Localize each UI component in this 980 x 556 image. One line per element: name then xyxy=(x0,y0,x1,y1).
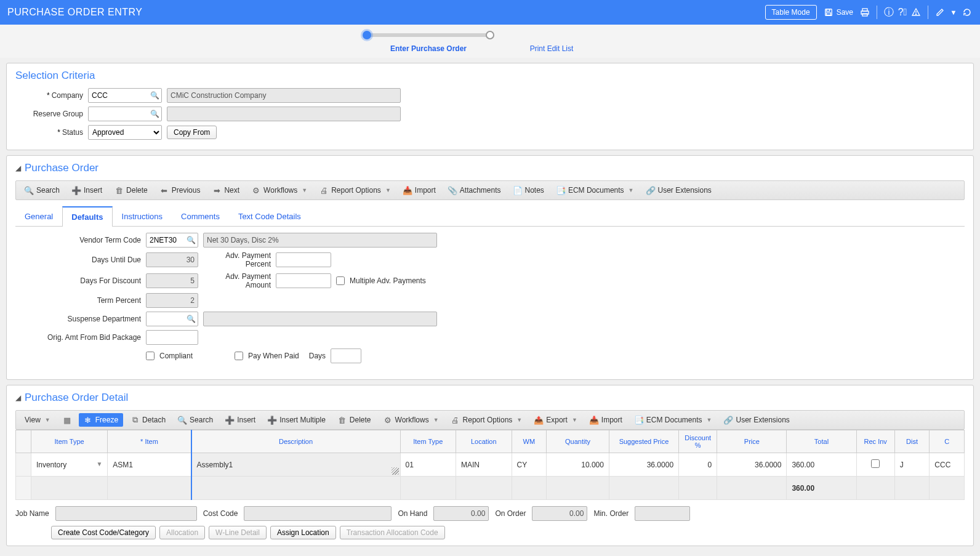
collapse-toggle-icon[interactable]: ◢ xyxy=(15,393,21,402)
next-button[interactable]: ➡Next xyxy=(207,183,244,197)
refresh-icon[interactable] xyxy=(962,7,973,18)
col-quantity[interactable]: Quantity xyxy=(547,430,609,453)
report-options-button[interactable]: 🖨Report Options▼ xyxy=(446,413,528,427)
create-cost-code-button[interactable]: Create Cost Code/Category xyxy=(51,526,156,539)
user-extensions-button[interactable]: 🔗User Extensions xyxy=(641,183,717,197)
company-lookup[interactable]: 🔍 xyxy=(88,88,162,103)
cell-price[interactable]: 36.0000 xyxy=(717,453,787,477)
insert-button[interactable]: ➕Insert xyxy=(67,183,107,197)
notes-button[interactable]: 📄Notes xyxy=(508,183,549,197)
reserve-group-lookup[interactable]: 🔍 xyxy=(88,107,162,121)
tab-general[interactable]: General xyxy=(15,206,62,227)
workflows-button[interactable]: ⚙Workflows▼ xyxy=(247,183,312,197)
search-button[interactable]: 🔍Search xyxy=(20,183,65,197)
cell-item-type[interactable]: Inventory ▼ xyxy=(31,453,107,477)
cell-discount-pct[interactable]: 0 xyxy=(679,453,717,477)
row-selector[interactable] xyxy=(16,453,31,477)
adv-payment-amount-input[interactable] xyxy=(276,273,331,288)
assign-location-button[interactable]: Assign Location xyxy=(270,526,336,539)
save-button[interactable]: Save xyxy=(819,4,857,20)
chevron-down-icon[interactable]: ▼ xyxy=(629,187,634,193)
copy-from-button[interactable]: Copy From xyxy=(167,126,217,139)
freeze-button[interactable]: ❄Freeze xyxy=(79,413,123,427)
edit-icon[interactable] xyxy=(934,7,946,18)
detach-button[interactable]: ⧉Detach xyxy=(126,413,171,427)
cell-rec-inv[interactable] xyxy=(856,453,894,477)
ecm-documents-button[interactable]: 📑ECM Documents▼ xyxy=(630,413,717,427)
search-icon[interactable]: 🔍 xyxy=(150,91,159,100)
search-button[interactable]: 🔍Search xyxy=(173,413,218,427)
selector-col[interactable] xyxy=(16,430,31,453)
chevron-down-icon[interactable]: ▼ xyxy=(385,187,391,193)
col-price[interactable]: Price xyxy=(717,430,787,453)
table-mode-button[interactable]: Table Mode xyxy=(765,5,817,20)
insert-button[interactable]: ➕Insert xyxy=(220,413,260,427)
search-icon[interactable]: 🔍 xyxy=(187,315,196,323)
col-discount-pct[interactable]: Discount % xyxy=(679,430,717,453)
suspense-department-lookup[interactable]: 🔍 xyxy=(146,312,198,326)
col-description[interactable]: Description xyxy=(191,430,400,453)
cell-location[interactable]: MAIN xyxy=(456,453,512,477)
ecm-documents-button[interactable]: 📑ECM Documents▼ xyxy=(552,183,639,197)
cell-dist[interactable]: J xyxy=(894,453,930,477)
layout-icon-button[interactable]: ▦ xyxy=(58,413,76,427)
chevron-down-icon[interactable]: ▼ xyxy=(516,417,522,423)
dropdown-icon[interactable]: ▼ xyxy=(948,7,959,18)
chevron-down-icon[interactable]: ▼ xyxy=(302,187,307,193)
col-item-type2[interactable]: Item Type xyxy=(400,430,456,453)
chevron-down-icon[interactable]: ▼ xyxy=(707,417,712,423)
tab-comments[interactable]: Comments xyxy=(172,206,229,227)
delete-button[interactable]: 🗑Delete xyxy=(333,413,376,427)
import-button[interactable]: 📥Import xyxy=(398,183,441,197)
chevron-down-icon[interactable]: ▼ xyxy=(433,417,439,423)
status-select[interactable]: Approved xyxy=(88,125,162,140)
multiple-adv-checkbox[interactable] xyxy=(336,276,345,285)
col-item[interactable]: * Item xyxy=(108,430,191,453)
wizard-step-print-edit[interactable]: Print Edit List xyxy=(490,33,613,53)
info-icon[interactable]: ⓘ xyxy=(883,7,894,18)
adv-payment-percent-input[interactable] xyxy=(276,252,331,267)
cell-item-type2[interactable]: 01 xyxy=(400,453,456,477)
help-icon[interactable]: ?⃝ xyxy=(897,7,908,18)
view-button[interactable]: View▼ xyxy=(20,413,55,427)
pay-when-paid-checkbox[interactable] xyxy=(235,352,243,360)
col-item-type[interactable]: Item Type xyxy=(31,430,107,453)
cell-total[interactable]: 360.00 xyxy=(787,453,856,477)
col-location[interactable]: Location xyxy=(456,430,512,453)
col-dist[interactable]: Dist xyxy=(894,430,930,453)
cell-item[interactable]: ASM1 xyxy=(108,453,191,477)
search-icon[interactable]: 🔍 xyxy=(187,236,196,244)
col-wm[interactable]: WM xyxy=(512,430,547,453)
cell-wm[interactable]: CY xyxy=(512,453,547,477)
rec-inv-checkbox[interactable] xyxy=(871,459,880,468)
chevron-down-icon[interactable]: ▼ xyxy=(96,461,102,467)
resize-handle-icon[interactable] xyxy=(392,467,399,475)
attachments-button[interactable]: 📎Attachments xyxy=(443,183,506,197)
col-suggested-price[interactable]: Suggested Price xyxy=(609,430,678,453)
search-icon[interactable]: 🔍 xyxy=(150,110,159,118)
delete-button[interactable]: 🗑Delete xyxy=(110,183,153,197)
chevron-down-icon[interactable]: ▼ xyxy=(45,417,50,423)
orig-amt-input[interactable] xyxy=(146,330,198,345)
export-button[interactable]: 📤Export▼ xyxy=(529,413,582,427)
cell-description[interactable]: Assembly1 xyxy=(191,453,400,477)
workflows-button[interactable]: ⚙Workflows▼ xyxy=(379,413,444,427)
cell-quantity[interactable]: 10.000 xyxy=(547,453,609,477)
cell-c[interactable]: CCC xyxy=(930,453,965,477)
col-c[interactable]: C xyxy=(930,430,965,453)
import-button[interactable]: 📥Import xyxy=(585,413,627,427)
warning-icon[interactable] xyxy=(910,7,922,18)
compliant-checkbox[interactable] xyxy=(146,352,155,360)
tab-text-code-details[interactable]: Text Code Details xyxy=(229,206,310,227)
wizard-step-enter-po[interactable]: Enter Purchase Order xyxy=(367,33,490,53)
user-extensions-button[interactable]: 🔗User Extensions xyxy=(719,413,794,427)
collapse-toggle-icon[interactable]: ◢ xyxy=(15,164,21,172)
table-row[interactable]: Inventory ▼ ASM1 Assembly1 01 MAIN CY 10… xyxy=(16,453,965,477)
previous-button[interactable]: ⬅Previous xyxy=(155,183,206,197)
tab-instructions[interactable]: Instructions xyxy=(113,206,172,227)
chevron-down-icon[interactable]: ▼ xyxy=(572,417,577,423)
print-icon[interactable] xyxy=(859,7,870,18)
insert-multiple-button[interactable]: ➕Insert Multiple xyxy=(263,413,331,427)
cell-suggested-price[interactable]: 36.0000 xyxy=(609,453,678,477)
vendor-term-code-lookup[interactable]: 🔍 xyxy=(146,233,198,248)
